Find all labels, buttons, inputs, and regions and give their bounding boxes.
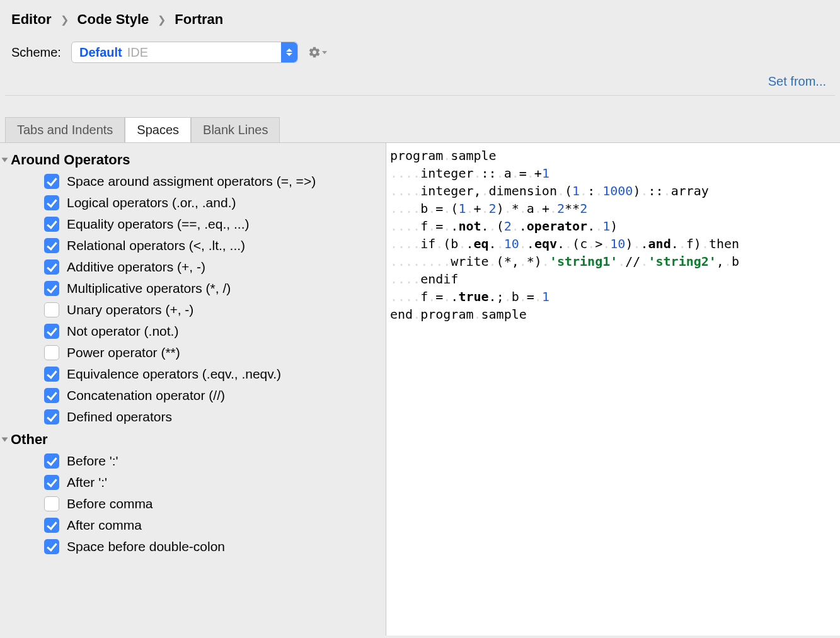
option-label: Equivalence operators (.eqv., .neqv.): [67, 367, 281, 382]
option-row[interactable]: Space before double-colon: [0, 536, 386, 557]
checkbox[interactable]: [44, 475, 59, 490]
scheme-dropdown[interactable]: Default IDE: [71, 42, 298, 63]
option-row[interactable]: Unary operators (+, -): [0, 299, 386, 321]
breadcrumb-editor[interactable]: Editor: [11, 11, 52, 28]
option-label: After ':': [67, 475, 107, 490]
scheme-value: Default: [79, 45, 122, 60]
option-row[interactable]: Multiplicative operators (*, /): [0, 278, 386, 299]
set-from-link[interactable]: Set from...: [0, 69, 840, 95]
checkbox[interactable]: [44, 238, 59, 253]
option-row[interactable]: Equality operators (==, .eq., ...): [0, 214, 386, 235]
option-row[interactable]: Before comma: [0, 493, 386, 515]
option-label: Equality operators (==, .eq., ...): [67, 217, 249, 232]
option-label: Power operator (**): [67, 345, 180, 360]
option-row[interactable]: Space around assigment operators (=, =>): [0, 171, 386, 192]
option-label: Relational operators (<, .lt., ...): [67, 238, 245, 253]
stepper-icon: [281, 42, 297, 62]
chevron-right-icon: ❯: [60, 14, 69, 26]
section-other[interactable]: Other: [0, 428, 386, 450]
checkbox[interactable]: [44, 217, 59, 232]
option-label: Not operator (.not.): [67, 324, 178, 339]
checkbox[interactable]: [44, 324, 59, 339]
section-around-operators[interactable]: Around Operators: [0, 148, 386, 171]
checkbox[interactable]: [44, 174, 59, 189]
option-label: Additive operators (+, -): [67, 259, 205, 275]
checkbox[interactable]: [44, 345, 59, 360]
option-row[interactable]: Logical operators (.or., .and.): [0, 192, 386, 214]
option-label: Space around assigment operators (=, =>): [67, 174, 316, 189]
option-label: Space before double-colon: [67, 539, 225, 554]
chevron-right-icon: ❯: [158, 14, 166, 26]
tab-blank-lines[interactable]: Blank Lines: [191, 117, 280, 142]
checkbox[interactable]: [44, 259, 59, 275]
scheme-suffix: IDE: [127, 45, 148, 60]
tabbar: Tabs and Indents Spaces Blank Lines: [5, 117, 840, 142]
breadcrumb: Editor ❯ Code Style ❯ Fortran: [11, 11, 829, 28]
tab-spaces[interactable]: Spaces: [125, 117, 191, 142]
chevron-down-icon: [322, 51, 327, 54]
checkbox[interactable]: [44, 281, 59, 296]
section-title: Other: [11, 431, 48, 448]
checkbox[interactable]: [44, 367, 59, 382]
option-label: Logical operators (.or., .and.): [67, 195, 236, 210]
disclosure-triangle-icon: [2, 438, 8, 442]
option-row[interactable]: Power operator (**): [0, 342, 386, 363]
gear-icon[interactable]: [308, 46, 327, 59]
checkbox[interactable]: [44, 539, 59, 554]
breadcrumb-fortran[interactable]: Fortran: [175, 11, 223, 28]
option-row[interactable]: Before ':': [0, 450, 386, 472]
tab-tabs-indents[interactable]: Tabs and Indents: [5, 117, 125, 142]
option-row[interactable]: After ':': [0, 472, 386, 493]
option-label: Multiplicative operators (*, /): [67, 281, 231, 296]
code-preview: program.sample ....integer.::.a.=.+1 ...…: [386, 143, 840, 635]
options-panel: Around Operators Space around assigment …: [0, 143, 386, 635]
checkbox[interactable]: [44, 302, 59, 317]
scheme-label: Scheme:: [11, 45, 61, 60]
section-title: Around Operators: [11, 152, 130, 168]
option-row[interactable]: After comma: [0, 515, 386, 536]
option-label: Concatenation operator (//): [67, 388, 225, 403]
checkbox[interactable]: [44, 409, 59, 424]
option-label: After comma: [67, 518, 142, 533]
option-label: Before ':': [67, 453, 118, 469]
option-row[interactable]: Defined operators: [0, 406, 386, 428]
option-label: Defined operators: [67, 409, 172, 424]
option-row[interactable]: Not operator (.not.): [0, 321, 386, 342]
option-label: Unary operators (+, -): [67, 302, 193, 317]
option-row[interactable]: Concatenation operator (//): [0, 385, 386, 406]
checkbox[interactable]: [44, 518, 59, 533]
option-label: Before comma: [67, 496, 153, 511]
checkbox[interactable]: [44, 496, 59, 511]
breadcrumb-codestyle[interactable]: Code Style: [78, 11, 149, 28]
option-row[interactable]: Equivalence operators (.eqv., .neqv.): [0, 363, 386, 385]
checkbox[interactable]: [44, 388, 59, 403]
checkbox[interactable]: [44, 453, 59, 469]
option-row[interactable]: Relational operators (<, .lt., ...): [0, 235, 386, 256]
option-row[interactable]: Additive operators (+, -): [0, 256, 386, 278]
disclosure-triangle-icon: [2, 158, 8, 162]
divider: [5, 95, 835, 96]
checkbox[interactable]: [44, 195, 59, 210]
